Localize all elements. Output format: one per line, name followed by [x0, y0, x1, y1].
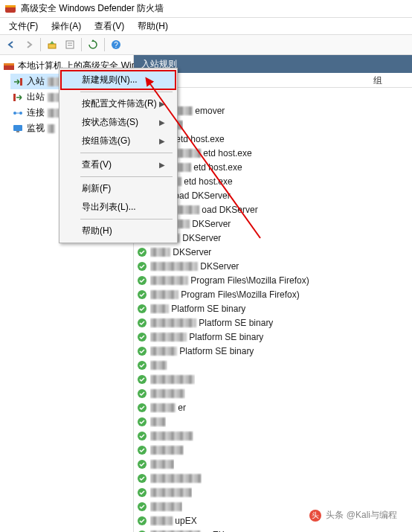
tree-node-label: 出站 — [27, 91, 45, 103]
mosaic — [150, 516, 173, 525]
column-header-group[interactable]: 组 — [373, 75, 382, 86]
svg-rect-9 — [4, 63, 14, 65]
rule-name: upEX — [150, 530, 225, 533]
svg-rect-11 — [13, 94, 16, 101]
rule-name — [150, 459, 174, 469]
rule-row[interactable] — [134, 485, 412, 499]
rule-name — [150, 388, 185, 399]
app-icon — [137, 289, 147, 300]
rule-name — [150, 445, 184, 455]
mosaic — [150, 290, 178, 299]
rule-name — [150, 501, 182, 512]
rule-row[interactable]: DKServer — [134, 259, 412, 273]
menu-file[interactable]: 文件(F) — [3, 19, 44, 34]
allow-icon — [137, 445, 147, 455]
rule-name: DKServer — [150, 261, 239, 272]
rule-name: er — [150, 403, 186, 413]
rule-row[interactable] — [134, 414, 412, 429]
rule-row[interactable] — [134, 471, 412, 485]
toolbar-help[interactable]: ? — [108, 36, 124, 53]
mosaic — [48, 124, 55, 133]
chevron-right-icon: ▶ — [159, 161, 165, 169]
rule-name: Platform SE binary — [150, 332, 263, 342]
mosaic — [150, 361, 167, 370]
window-title: 高级安全 Windows Defender 防火墙 — [21, 2, 164, 15]
ctx-label: 按组筛选(G) — [82, 135, 130, 147]
ctx-filter-profile[interactable]: 按配置文件筛选(R) ▶ — [61, 94, 176, 113]
ctx-separator — [80, 176, 173, 177]
allow-icon — [137, 374, 147, 385]
app-icon — [137, 530, 147, 533]
mosaic — [150, 389, 185, 398]
ctx-label: 刷新(F) — [82, 182, 111, 195]
ctx-help[interactable]: 帮助(H) — [61, 222, 176, 240]
chevron-right-icon: ▶ — [159, 118, 165, 126]
inbound-icon — [12, 76, 24, 88]
rule-name: Program Files\Mozilla Firefox) — [150, 275, 309, 286]
ctx-view[interactable]: 查看(V) ▶ — [61, 156, 176, 174]
chevron-right-icon: ▶ — [159, 100, 165, 108]
ctx-label: 查看(V) — [82, 158, 112, 171]
mosaic — [150, 304, 169, 313]
rule-name: Program Files\Mozilla Firefox) — [150, 289, 300, 300]
ctx-filter-state[interactable]: 按状态筛选(S) ▶ — [61, 113, 176, 132]
outbound-icon — [12, 92, 24, 103]
rule-row[interactable]: Platform SE binary — [134, 344, 412, 358]
rule-name: Platform SE binary — [150, 304, 245, 314]
svg-rect-15 — [13, 125, 22, 131]
toolbar-separator — [104, 38, 105, 51]
mosaic — [150, 474, 202, 483]
app-icon — [137, 501, 147, 512]
menu-help[interactable]: 帮助(H) — [132, 19, 174, 34]
mosaic — [150, 488, 192, 497]
monitor-icon — [12, 123, 24, 135]
watermark: 头 头条 @Kali与编程 — [309, 509, 397, 522]
rule-row[interactable]: DKServer — [134, 245, 412, 259]
rule-name — [150, 473, 202, 484]
rule-row[interactable]: er — [134, 400, 412, 414]
svg-point-13 — [19, 112, 22, 115]
toolbar-forward[interactable] — [21, 36, 37, 53]
tree-node-label: 入站 — [27, 75, 45, 88]
rule-name — [150, 374, 195, 385]
toolbar-refresh[interactable] — [85, 36, 101, 53]
toolbar-props[interactable] — [62, 36, 78, 53]
mosaic — [150, 318, 196, 327]
mosaic — [150, 333, 187, 342]
svg-point-12 — [13, 112, 16, 115]
rule-name: DKServer — [150, 247, 211, 257]
rule-row[interactable]: Platform SE binary — [134, 301, 412, 315]
ctx-refresh[interactable]: 刷新(F) — [61, 179, 176, 198]
rule-row[interactable]: Platform SE binary — [134, 330, 412, 344]
rule-row[interactable] — [134, 372, 412, 386]
toolbar-back[interactable] — [3, 36, 19, 53]
mosaic — [150, 262, 198, 271]
rule-row[interactable] — [134, 386, 412, 400]
menu-view[interactable]: 查看(V) — [88, 19, 130, 34]
rule-name — [150, 360, 167, 371]
app-icon — [137, 360, 147, 371]
app-icon — [137, 304, 147, 314]
ctx-separator — [80, 153, 173, 153]
ctx-separator — [80, 219, 173, 219]
rule-row[interactable] — [134, 457, 412, 471]
app-icon — [137, 459, 147, 469]
rule-row[interactable] — [134, 358, 412, 372]
rule-name: Platform SE binary — [150, 318, 273, 328]
rule-row[interactable] — [134, 429, 412, 443]
toolbar-up[interactable] — [44, 36, 60, 53]
menubar: 文件(F) 操作(A) 查看(V) 帮助(H) — [0, 18, 412, 34]
rule-row[interactable]: Program Files\Mozilla Firefox) — [134, 287, 412, 301]
rule-name — [150, 431, 193, 441]
mosaic — [150, 460, 174, 469]
rule-row[interactable]: Platform SE binary — [134, 315, 412, 330]
rule-row[interactable] — [134, 443, 412, 457]
rule-row[interactable]: upEX — [134, 528, 412, 532]
ctx-new-rule[interactable]: 新建规则(N)... — [61, 71, 176, 89]
menu-action[interactable]: 操作(A) — [45, 19, 87, 34]
ctx-export-list[interactable]: 导出列表(L)... — [61, 198, 176, 217]
rule-row[interactable]: Program Files\Mozilla Firefox) — [134, 273, 412, 287]
rule-name — [150, 487, 192, 498]
app-icon — [137, 332, 147, 342]
ctx-filter-group[interactable]: 按组筛选(G) ▶ — [61, 132, 176, 150]
